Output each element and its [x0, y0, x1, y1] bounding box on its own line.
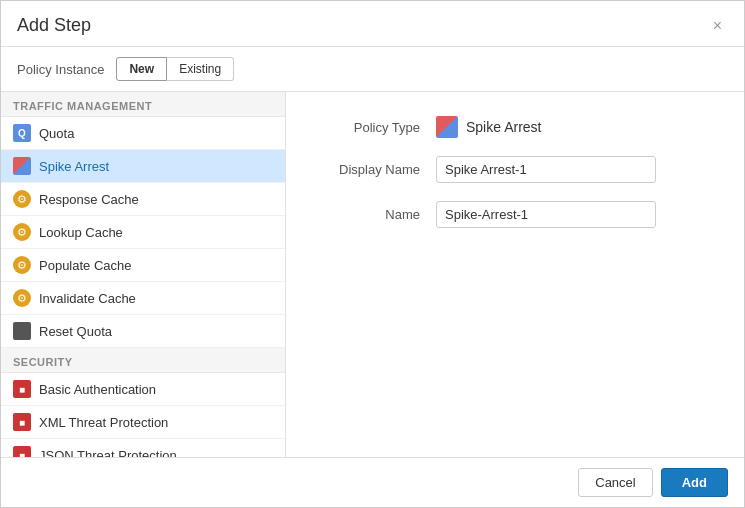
add-step-dialog: Add Step × Policy Instance New Existing …: [0, 0, 745, 508]
name-input[interactable]: [436, 201, 656, 228]
policy-type-label: Policy Type: [316, 120, 436, 135]
sidebar-item-invalidate-cache-label: Invalidate Cache: [39, 291, 136, 306]
dialog-footer: Cancel Add: [1, 457, 744, 507]
sidebar-item-quota-label: Quota: [39, 126, 74, 141]
sidebar-item-invalidate-cache[interactable]: ⚙ Invalidate Cache: [1, 282, 285, 315]
sidebar-item-basic-auth-label: Basic Authentication: [39, 382, 156, 397]
sidebar: TRAFFIC MANAGEMENT Q Quota Spike Arrest …: [1, 92, 286, 457]
policy-type-name: Spike Arrest: [466, 119, 541, 135]
sidebar-item-response-cache[interactable]: ⚙ Response Cache: [1, 183, 285, 216]
policy-type-icon: [436, 116, 458, 138]
name-label: Name: [316, 207, 436, 222]
sidebar-item-basic-auth[interactable]: ■ Basic Authentication: [1, 373, 285, 406]
dialog-title: Add Step: [17, 15, 91, 36]
json-threat-icon: ■: [13, 446, 31, 457]
sidebar-item-spike-arrest[interactable]: Spike Arrest: [1, 150, 285, 183]
sidebar-item-reset-quota-label: Reset Quota: [39, 324, 112, 339]
cancel-button[interactable]: Cancel: [578, 468, 652, 497]
policy-type-row: Policy Type Spike Arrest: [316, 116, 714, 138]
sidebar-item-xml-threat-label: XML Threat Protection: [39, 415, 168, 430]
display-name-row: Display Name: [316, 156, 714, 183]
add-button[interactable]: Add: [661, 468, 728, 497]
content-area: Policy Type Spike Arrest Display Name Na…: [286, 92, 744, 457]
reset-quota-icon: [13, 322, 31, 340]
policy-bar: Policy Instance New Existing: [1, 47, 744, 92]
populate-cache-icon: ⚙: [13, 256, 31, 274]
tab-new[interactable]: New: [116, 57, 167, 81]
display-name-label: Display Name: [316, 162, 436, 177]
close-button[interactable]: ×: [707, 16, 728, 36]
sidebar-item-response-cache-label: Response Cache: [39, 192, 139, 207]
sidebar-item-xml-threat[interactable]: ■ XML Threat Protection: [1, 406, 285, 439]
policy-type-display: Spike Arrest: [436, 116, 541, 138]
response-cache-icon: ⚙: [13, 190, 31, 208]
sidebar-item-json-threat[interactable]: ■ JSON Threat Protection: [1, 439, 285, 457]
basic-auth-icon: ■: [13, 380, 31, 398]
tab-existing[interactable]: Existing: [167, 57, 234, 81]
sidebar-item-populate-cache-label: Populate Cache: [39, 258, 132, 273]
sidebar-item-json-threat-label: JSON Threat Protection: [39, 448, 177, 458]
quota-icon: Q: [13, 124, 31, 142]
xml-threat-icon: ■: [13, 413, 31, 431]
invalidate-cache-icon: ⚙: [13, 289, 31, 307]
section-header-security: SECURITY: [1, 348, 285, 373]
sidebar-item-quota[interactable]: Q Quota: [1, 117, 285, 150]
sidebar-item-lookup-cache[interactable]: ⚙ Lookup Cache: [1, 216, 285, 249]
lookup-cache-icon: ⚙: [13, 223, 31, 241]
spike-arrest-icon: [13, 157, 31, 175]
display-name-input[interactable]: [436, 156, 656, 183]
sidebar-item-spike-label: Spike Arrest: [39, 159, 109, 174]
name-row: Name: [316, 201, 714, 228]
dialog-header: Add Step ×: [1, 1, 744, 47]
section-header-traffic: TRAFFIC MANAGEMENT: [1, 92, 285, 117]
sidebar-item-reset-quota[interactable]: Reset Quota: [1, 315, 285, 348]
dialog-body: TRAFFIC MANAGEMENT Q Quota Spike Arrest …: [1, 92, 744, 457]
sidebar-item-lookup-cache-label: Lookup Cache: [39, 225, 123, 240]
sidebar-item-populate-cache[interactable]: ⚙ Populate Cache: [1, 249, 285, 282]
policy-instance-label: Policy Instance: [17, 62, 104, 77]
